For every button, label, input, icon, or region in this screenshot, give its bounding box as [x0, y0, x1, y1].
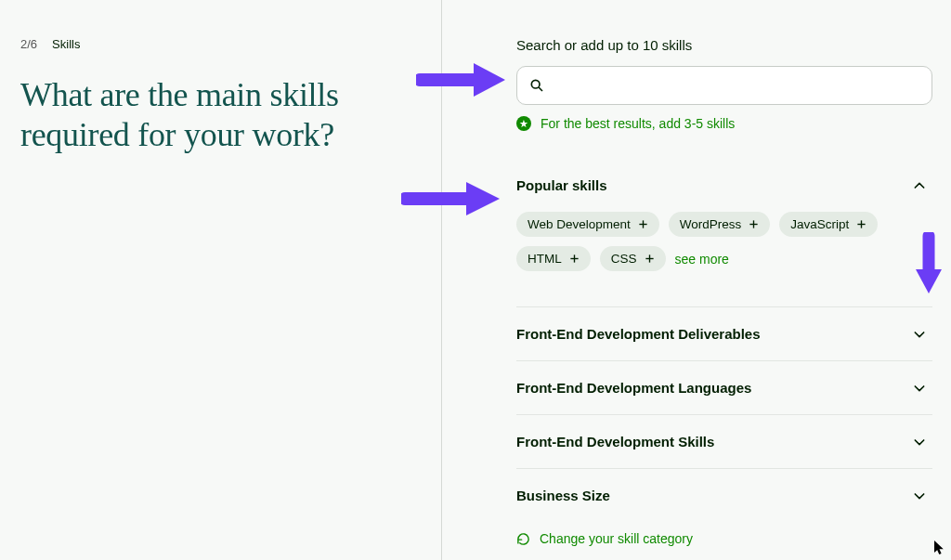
chip-label: HTML [528, 252, 562, 266]
cursor-icon [934, 540, 945, 558]
chevron-down-icon [912, 435, 927, 449]
chevron-down-icon [912, 381, 927, 396]
category-label: Front-End Development Deliverables [516, 326, 761, 342]
chip-label: Web Development [528, 217, 631, 231]
search-field[interactable] [516, 66, 932, 105]
skill-chip[interactable]: CSS [600, 246, 666, 271]
refresh-icon [516, 532, 530, 546]
search-input[interactable] [516, 66, 932, 105]
category-row[interactable]: Front-End Development Languages [516, 361, 932, 415]
category-label: Business Size [516, 488, 610, 503]
chip-label: JavaScript [790, 217, 849, 231]
hint-text: For the best results, add 3-5 skills [541, 116, 735, 131]
search-icon [529, 78, 544, 93]
chevron-up-icon [912, 178, 927, 193]
category-label: Front-End Development Languages [516, 380, 751, 396]
popular-skills-header[interactable]: Popular skills [516, 161, 932, 210]
chip-label: CSS [611, 252, 637, 266]
plus-icon [856, 219, 866, 229]
skill-chip[interactable]: JavaScript [779, 212, 878, 237]
plus-icon [645, 254, 655, 264]
popular-skills-chips: Web Development WordPress JavaScript HTM… [516, 212, 932, 271]
left-pane: 2/6 Skills What are the main skills requ… [0, 0, 442, 560]
svg-line-1 [539, 87, 542, 91]
chip-label: WordPress [680, 217, 742, 231]
category-row[interactable]: Front-End Development Skills [516, 415, 932, 469]
right-pane: Search or add up to 10 skills ★ For the … [442, 0, 951, 560]
plus-icon [638, 219, 648, 229]
plus-icon [749, 219, 759, 229]
step-counter: 2/6 [20, 37, 37, 51]
chevron-down-icon [912, 488, 927, 503]
step-label: Skills [52, 37, 80, 51]
popular-skills-title: Popular skills [516, 177, 607, 193]
category-list: Front-End Development Deliverables Front… [516, 306, 932, 522]
change-category-link[interactable]: Change your skill category [516, 531, 932, 546]
see-more-link[interactable]: see more [675, 252, 729, 267]
change-category-text: Change your skill category [540, 531, 693, 546]
svg-point-0 [531, 80, 540, 88]
category-row[interactable]: Business Size [516, 469, 932, 522]
hint-row: ★ For the best results, add 3-5 skills [516, 116, 932, 131]
category-label: Front-End Development Skills [516, 434, 714, 449]
search-label: Search or add up to 10 skills [516, 37, 932, 53]
page-title: What are the main skills required for yo… [20, 75, 413, 155]
category-row[interactable]: Front-End Development Deliverables [516, 306, 932, 361]
skill-chip[interactable]: WordPress [669, 212, 771, 237]
plus-icon [569, 254, 580, 264]
step-indicator: 2/6 Skills [20, 37, 413, 51]
skill-chip[interactable]: HTML [516, 246, 591, 271]
star-icon: ★ [516, 116, 531, 131]
skill-chip[interactable]: Web Development [516, 212, 659, 237]
chevron-down-icon [912, 327, 927, 342]
